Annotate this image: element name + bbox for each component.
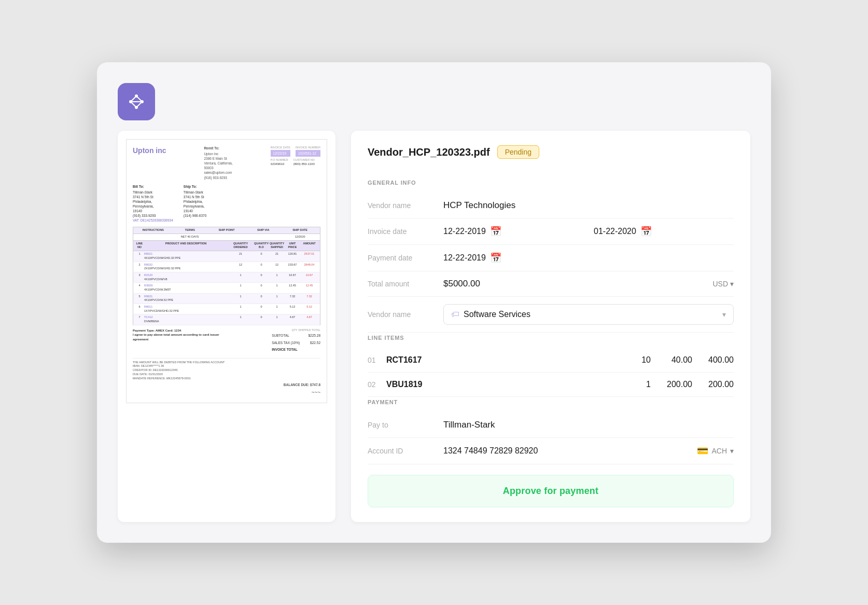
col-ship-via: SHIP VIA xyxy=(245,228,282,232)
app-window: Upton inc Remit To: Upton Inc2386 E Main… xyxy=(97,62,771,543)
inv-table-meta: INSTRUCTIONS TERMS SHIP POINT SHIP VIA S… xyxy=(133,227,320,234)
inv-payment-note: Payment Type: AMEX Card: 1234I agree to … xyxy=(133,328,226,342)
po-val: 32349610 xyxy=(271,162,288,166)
form-title-row: Vendor_HCP_120323.pdf Pending xyxy=(368,145,734,159)
payment-date-row: Payment date 12-22-2019 📅 xyxy=(368,245,734,271)
po-label: P.O NUMBER xyxy=(271,158,288,162)
inv-line-items: 1R80214X10/PVCD/W/GHD.32 PPE21021120.812… xyxy=(133,251,320,325)
form-filename: Vendor_HCP_120323.pdf xyxy=(368,146,490,158)
col-ship-date: SHIP DATE xyxy=(282,228,318,232)
invoice-meta: INVOICE DATE 12/22/19 INVOICE NUMBER 102… xyxy=(271,146,320,180)
bill-to: Bill To: Tillman-Stark3741 N 5th StPhila… xyxy=(133,184,173,223)
li-code: VBU1819 xyxy=(386,380,609,389)
form-panel: Vendor_HCP_120323.pdf Pending General In… xyxy=(351,131,750,522)
vendor-category-value: Software Services xyxy=(464,310,718,319)
invoice-document: Upton inc Remit To: Upton Inc2386 E Main… xyxy=(126,139,327,403)
li-total: 200.00 xyxy=(692,380,734,389)
li-qty: 1 xyxy=(609,380,651,389)
account-id-value: 1324 74849 72829 82920 xyxy=(443,446,690,456)
invoice-date-row: Invoice date 12-22-2019 📅 01-22-2020 📅 xyxy=(368,218,734,245)
ach-select[interactable]: 💳 ACH ▾ xyxy=(697,445,734,457)
total-amount-value: $5000.00 xyxy=(443,279,708,289)
tag-icon: 🏷 xyxy=(451,310,459,319)
li-total: 400.00 xyxy=(692,355,734,365)
inv-line-item: 1R80214X10/PVCD/W/GHD.32 PPE21021120.812… xyxy=(133,251,320,262)
invoice-date-field: 12-22-2019 📅 xyxy=(443,226,583,237)
inv-line-item: 2R80322X10/PVCD/W/GHD.32 PPE12012233.672… xyxy=(133,262,320,272)
inv-totals-section: Payment Type: AMEX Card: 1234I agree to … xyxy=(133,328,320,354)
invoice-bill-ship: Bill To: Tillman-Stark3741 N 5th StPhila… xyxy=(133,184,320,223)
calendar-icon-2[interactable]: 📅 xyxy=(640,226,652,237)
payment-date-label: Payment date xyxy=(368,254,435,262)
account-id-row: Account ID 1324 74849 72829 82920 💳 ACH … xyxy=(368,438,734,464)
inv-table-meta-vals: NET 40 DAYS 12/2020 xyxy=(133,234,320,241)
inv-footer: THE AMOUNT WILL BE DEBITED FROM THE FOLL… xyxy=(133,358,320,388)
customer-label: CUSTOMER NO xyxy=(293,158,315,162)
inv-num-val: 1024531-12 xyxy=(296,150,320,157)
account-id-field: 1324 74849 72829 82920 💳 ACH ▾ xyxy=(443,445,734,457)
amount-row: $5000.00 USD ▾ xyxy=(443,279,734,289)
inv-line-item: 6R80111X7/PVCD/W/GHD.32 PPE1015.125.12 xyxy=(133,304,320,314)
status-badge: Pending xyxy=(497,145,539,159)
sales-tax-label: SALES TAX (10%) xyxy=(272,340,300,345)
terms-val: NET 40 DAYS xyxy=(172,235,208,239)
customer-val: (800) 853-1100 xyxy=(293,162,315,166)
invoice-date-value: 12-22-2019 xyxy=(443,227,486,236)
currency-label: USD xyxy=(712,280,728,288)
subtotal-label: SUBTOTAL xyxy=(272,333,289,338)
inv-signature: ~~~ xyxy=(133,389,320,396)
invoice-date-field2: 01-22-2020 📅 xyxy=(594,226,734,237)
vendor-category-row: Vendor name 🏷 Software Services ▾ xyxy=(368,297,734,333)
inv-totals: QTY SHIPPED TOTAL SUBTOTAL $225.28 SALES… xyxy=(272,328,320,354)
calendar-icon-3[interactable]: 📅 xyxy=(490,252,501,264)
pay-to-label: Pay to xyxy=(368,421,435,429)
inv-line-item: 4R39294X10/PVCD/W.3M3T10112.4512.45 xyxy=(133,283,320,293)
li-num: 02 xyxy=(368,380,386,389)
vendor-dropdown-chevron-icon: ▾ xyxy=(722,310,726,319)
currency-select[interactable]: USD ▾ xyxy=(712,280,734,288)
form-line-item: 01 RCT1617 10 40.00 400.00 xyxy=(368,348,734,373)
payment-date-value: 12-22-2019 xyxy=(443,253,486,263)
approve-payment-button[interactable]: Approve for payment xyxy=(368,475,734,507)
approve-btn-container: Approve for payment xyxy=(368,464,734,507)
ship-to: Ship To: Tillman-Stark3741 N 5th StPhila… xyxy=(184,184,206,223)
li-num: 01 xyxy=(368,356,386,364)
currency-chevron-icon: ▾ xyxy=(730,280,734,288)
col-instructions: INSTRUCTIONS xyxy=(135,228,172,232)
account-id-label: Account ID xyxy=(368,447,435,455)
li-price: 40.00 xyxy=(651,355,692,365)
vendor-category-dropdown[interactable]: 🏷 Software Services ▾ xyxy=(443,304,734,325)
date-pair: 12-22-2019 📅 01-22-2020 📅 xyxy=(443,226,734,237)
inv-num-label: INVOICE NUMBER xyxy=(296,146,320,150)
invoice-preview-panel: Upton inc Remit To: Upton Inc2386 E Main… xyxy=(118,131,335,522)
vendor-name-row: Vendor name HCP Technologies xyxy=(368,193,734,218)
vendor-category-label: Vendor name xyxy=(368,310,435,319)
subtotal-val: $225.28 xyxy=(309,333,321,338)
payment-label: Payment xyxy=(368,399,734,405)
pay-to-row: Pay to Tillman-Stark xyxy=(368,412,734,438)
general-info-label: General Info xyxy=(368,180,734,186)
card-icon: 💳 xyxy=(697,445,708,457)
ship-date-val: 12/2020 xyxy=(282,235,318,239)
payment-method: ACH xyxy=(711,447,727,455)
total-amount-label: Total amount xyxy=(368,280,435,288)
calendar-icon-1[interactable]: 📅 xyxy=(490,226,501,237)
inv-line-item: 5R96314X10/PVCD/W.32 PPE1017.327.32 xyxy=(133,294,320,304)
inv-line-header: LINE NO PRODUCT AND DESCRIPTION QUANTITY… xyxy=(133,241,320,251)
remit-phone: (916) 933-9293 xyxy=(204,175,232,180)
li-price: 200.00 xyxy=(651,380,692,389)
svg-line-5 xyxy=(136,96,142,102)
svg-line-4 xyxy=(131,96,136,102)
inv-date-val: 12/22/19 xyxy=(271,150,290,157)
main-content: Upton inc Remit To: Upton Inc2386 E Main… xyxy=(118,131,750,522)
invoice-remit: Remit To: Upton Inc2386 E Main StVentura… xyxy=(204,146,232,180)
invoice-company-name: Upton inc xyxy=(133,146,166,156)
sales-tax-val: $22.52 xyxy=(310,340,320,345)
app-logo xyxy=(118,83,155,120)
remit-label: Remit To: xyxy=(204,146,232,150)
line-items-label: Line Items xyxy=(368,335,734,341)
invoice-total-label: INVOICE TOTAL xyxy=(272,347,298,352)
li-code: RCT1617 xyxy=(386,355,609,365)
form-line-items: 01 RCT1617 10 40.00 400.00 02 VBU1819 1 … xyxy=(368,348,734,397)
svg-line-7 xyxy=(136,102,142,107)
